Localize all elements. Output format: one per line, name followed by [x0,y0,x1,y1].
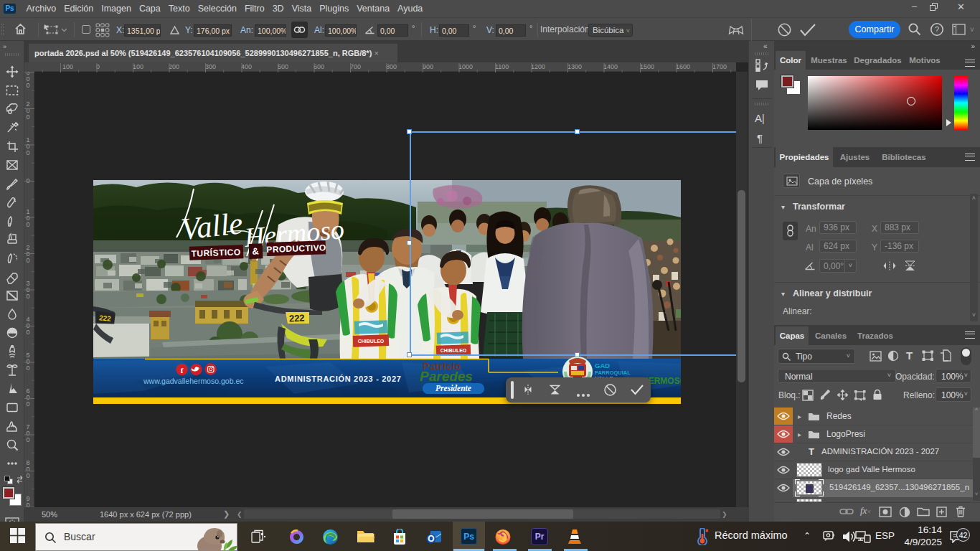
svg-text:1100: 1100 [495,63,509,70]
svg-text:f: f [181,366,184,375]
svg-text:0: 0 [26,149,29,156]
svg-text:0: 0 [26,400,29,408]
svg-text:0: 0 [26,221,29,228]
svg-text:PRODUCTIVO: PRODUCTIVO [266,242,326,255]
svg-text:222: 222 [98,314,111,323]
svg-text:Valle: Valle [179,206,244,246]
svg-text:1000: 1000 [458,63,473,70]
svg-text:0: 0 [26,257,29,264]
svg-text:700: 700 [350,63,361,70]
svg-text:0: 0 [26,364,29,372]
svg-text:0: 0 [26,113,29,121]
svg-text:CHIBULEO: CHIBULEO [440,348,467,353]
svg-text:O: O [428,534,434,544]
svg-text:ADMINISTRACIÓN 2023 - 2027: ADMINISTRACIÓN 2023 - 2027 [275,375,402,383]
svg-text:800: 800 [386,63,397,70]
svg-text:400: 400 [241,63,252,70]
svg-text:222: 222 [289,312,305,324]
svg-text:0: 0 [26,472,29,479]
svg-text:Presidente: Presidente [435,384,471,392]
svg-text:0: 0 [26,329,29,336]
svg-text:1200: 1200 [531,63,545,70]
svg-text:200: 200 [169,63,179,70]
svg-text:0: 0 [26,82,29,89]
svg-text:TURÍSTICO: TURÍSTICO [191,246,241,258]
svg-text:0: 0 [26,501,29,507]
svg-text:1400: 1400 [603,63,618,70]
svg-text:1300: 1300 [567,63,582,70]
svg-text:100: 100 [62,63,73,70]
svg-text:300: 300 [205,63,216,70]
svg-text:0: 0 [26,436,29,443]
svg-text:GAD: GAD [595,362,610,369]
svg-text:500: 500 [278,63,288,70]
svg-text:CHIBULEO: CHIBULEO [358,339,385,344]
svg-text:600: 600 [314,63,324,70]
svg-text:?: ? [935,25,939,34]
svg-text:0: 0 [26,293,29,300]
svg-text:Paredes: Paredes [420,369,473,384]
svg-text:900: 900 [423,63,433,70]
svg-text:1500: 1500 [640,63,654,70]
svg-text:1700: 1700 [712,63,727,70]
svg-text:1600: 1600 [676,63,690,70]
svg-text:100: 100 [133,63,143,70]
svg-text:&: & [252,245,259,256]
svg-text:www.gadvallehermoso.gob.ec: www.gadvallehermoso.gob.ec [143,377,244,385]
